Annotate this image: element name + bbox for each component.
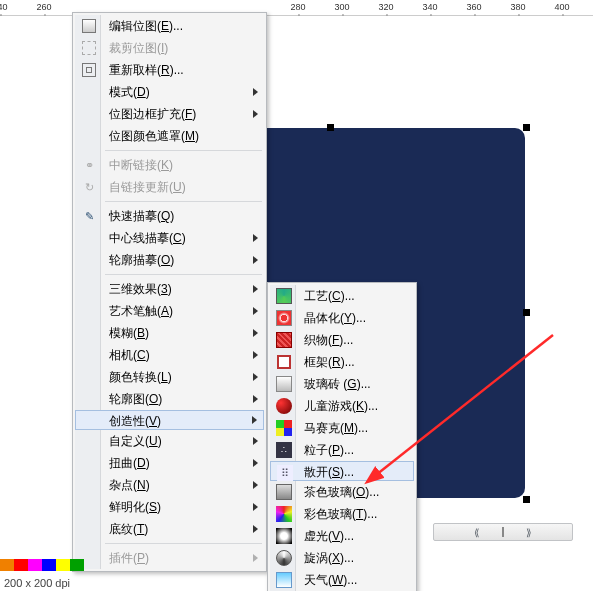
- zoom-slider[interactable]: ⟪ ⟫: [433, 523, 573, 541]
- menu-item-3[interactable]: 模式(D): [75, 81, 264, 103]
- menu-item-4[interactable]: 位图边框扩充(F): [75, 103, 264, 125]
- menu-label: 位图边框扩充(F): [109, 107, 196, 121]
- submenu-arrow-icon: [253, 110, 258, 118]
- menu-item-23[interactable]: 杂点(N): [75, 474, 264, 496]
- menu-label: 扭曲(D): [109, 456, 150, 470]
- menu-label: 天气(W)...: [304, 573, 357, 587]
- menu-label: 粒子(P)...: [304, 443, 354, 457]
- menu-item-27: 插件(P): [75, 547, 264, 569]
- menu-label: 杂点(N): [109, 478, 150, 492]
- submenu-arrow-icon: [253, 329, 258, 337]
- menu-item-15[interactable]: 艺术笔触(A): [75, 300, 264, 322]
- menu-label: 马赛克(M)...: [304, 421, 368, 435]
- menu-item-25[interactable]: 底纹(T): [75, 518, 264, 540]
- menu-item-22[interactable]: 扭曲(D): [75, 452, 264, 474]
- menu-label: 中心线描摹(C): [109, 231, 186, 245]
- menu-item-11[interactable]: 虚光(V)...: [270, 525, 414, 547]
- ruler-mark: 280: [290, 2, 305, 12]
- menu-label: 玻璃砖 (G)...: [304, 377, 371, 391]
- menu-item-5[interactable]: 儿童游戏(K)...: [270, 395, 414, 417]
- ruler-mark: 360: [466, 2, 481, 12]
- menu-item-8[interactable]: 散开(S)...⠿: [270, 461, 414, 481]
- ruler-mark: 240: [0, 2, 8, 12]
- handle-tm[interactable]: [327, 124, 334, 131]
- mosaic-icon: [276, 420, 292, 436]
- menu-item-9[interactable]: 茶色玻璃(O)...: [270, 481, 414, 503]
- menu-label: 艺术笔触(A): [109, 304, 173, 318]
- menu-item-3[interactable]: 框架(R)...: [270, 351, 414, 373]
- crystalize-icon: [276, 310, 292, 326]
- menu-item-21[interactable]: 自定义(U): [75, 430, 264, 452]
- menu-item-20[interactable]: 创造性(V): [75, 410, 264, 430]
- menu-label: 旋涡(X)...: [304, 551, 354, 565]
- menu-item-17[interactable]: 相机(C): [75, 344, 264, 366]
- creative-submenu[interactable]: 工艺(C)...晶体化(Y)...织物(F)...框架(R)...玻璃砖 (G)…: [267, 282, 417, 591]
- submenu-arrow-icon: [253, 88, 258, 96]
- bitmap-menu[interactable]: 编辑位图(E)...裁剪位图(I)重新取样(R)...模式(D)位图边框扩充(F…: [72, 12, 267, 572]
- menu-label: 轮廓描摹(O): [109, 253, 174, 267]
- menu-item-8: 自链接更新(U)↻: [75, 176, 264, 198]
- zoom-in-icon[interactable]: ⟫: [526, 527, 532, 538]
- menu-item-10[interactable]: 彩色玻璃(T)...: [270, 503, 414, 525]
- swatch[interactable]: [0, 559, 14, 571]
- handle-br[interactable]: [523, 496, 530, 503]
- menu-item-14[interactable]: 三维效果(3): [75, 278, 264, 300]
- menu-item-7[interactable]: 粒子(P)...∴: [270, 439, 414, 461]
- scatter-icon: ⠿: [277, 465, 293, 481]
- submenu-arrow-icon: [253, 554, 258, 562]
- menu-item-4[interactable]: 玻璃砖 (G)...: [270, 373, 414, 395]
- menu-item-18[interactable]: 颜色转换(L): [75, 366, 264, 388]
- menu-item-13[interactable]: 天气(W)...: [270, 569, 414, 591]
- craft-icon: [276, 288, 292, 304]
- menu-item-11[interactable]: 中心线描摹(C): [75, 227, 264, 249]
- smoked-glass-icon: [276, 484, 292, 500]
- vignette-icon: [276, 528, 292, 544]
- menu-label: 自定义(U): [109, 434, 162, 448]
- menu-item-0[interactable]: 编辑位图(E)...: [75, 15, 264, 37]
- menu-label: 轮廓图(O): [109, 392, 162, 406]
- swatch[interactable]: [70, 559, 84, 571]
- frame-icon: [276, 354, 292, 370]
- swatch[interactable]: [28, 559, 42, 571]
- menu-item-2[interactable]: 重新取样(R)...: [75, 59, 264, 81]
- swatch[interactable]: [56, 559, 70, 571]
- submenu-arrow-icon: [253, 285, 258, 293]
- menu-label: 散开(S)...: [304, 465, 354, 479]
- menu-item-5[interactable]: 位图颜色遮罩(M): [75, 125, 264, 147]
- menu-item-1[interactable]: 晶体化(Y)...: [270, 307, 414, 329]
- swatch[interactable]: [14, 559, 28, 571]
- menu-label: 茶色玻璃(O)...: [304, 485, 379, 499]
- fabric-icon: [276, 332, 292, 348]
- menu-item-6[interactable]: 马赛克(M)...: [270, 417, 414, 439]
- menu-item-16[interactable]: 模糊(B): [75, 322, 264, 344]
- menu-item-2[interactable]: 织物(F)...: [270, 329, 414, 351]
- menu-item-12[interactable]: 旋涡(X)...: [270, 547, 414, 569]
- menu-item-12[interactable]: 轮廓描摹(O): [75, 249, 264, 271]
- menu-separator: [105, 543, 262, 544]
- menu-item-10[interactable]: 快速描摹(Q)✎: [75, 205, 264, 227]
- menu-label: 相机(C): [109, 348, 150, 362]
- menu-separator: [105, 201, 262, 202]
- menu-item-0[interactable]: 工艺(C)...: [270, 285, 414, 307]
- color-swatches[interactable]: [0, 559, 84, 571]
- menu-item-19[interactable]: 轮廓图(O): [75, 388, 264, 410]
- edit-bitmap-icon: [81, 18, 97, 34]
- zoom-thumb[interactable]: [502, 527, 504, 537]
- break-link-icon: ⚭: [81, 157, 97, 173]
- menu-label: 创造性(V): [109, 414, 161, 428]
- zoom-out-icon[interactable]: ⟪: [474, 527, 480, 538]
- menu-label: 重新取样(R)...: [109, 63, 184, 77]
- ruler-mark: 340: [422, 2, 437, 12]
- menu-label: 裁剪位图(I): [109, 41, 168, 55]
- menu-item-1: 裁剪位图(I): [75, 37, 264, 59]
- handle-mr[interactable]: [523, 309, 530, 316]
- menu-label: 晶体化(Y)...: [304, 311, 366, 325]
- menu-label: 中断链接(K): [109, 158, 173, 172]
- menu-separator: [105, 150, 262, 151]
- menu-label: 模糊(B): [109, 326, 149, 340]
- menu-item-24[interactable]: 鲜明化(S): [75, 496, 264, 518]
- menu-label: 快速描摹(Q): [109, 209, 174, 223]
- submenu-arrow-icon: [253, 395, 258, 403]
- swatch[interactable]: [42, 559, 56, 571]
- handle-tr[interactable]: [523, 124, 530, 131]
